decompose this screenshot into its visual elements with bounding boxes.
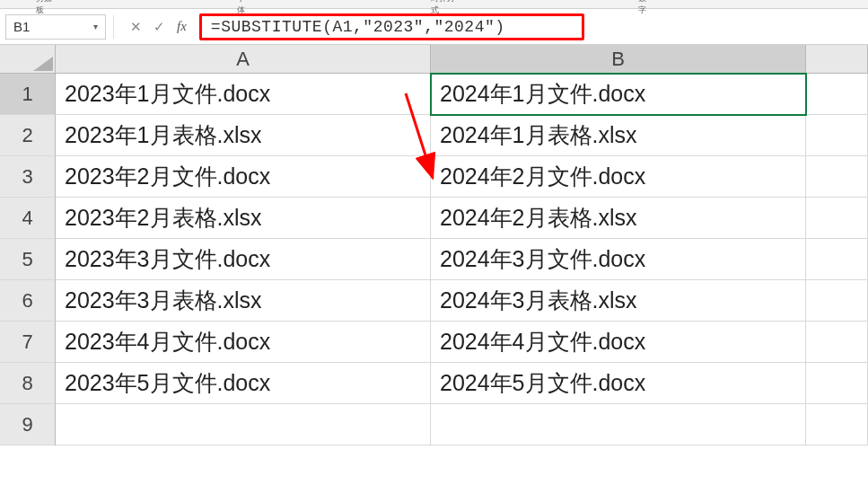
row-header-4[interactable]: 4 <box>0 198 56 239</box>
name-box[interactable]: B1 ▾ <box>5 14 106 40</box>
cell-rest[interactable] <box>806 74 868 115</box>
table-row: 9 <box>0 404 868 445</box>
cell-b3[interactable]: 2024年2月文件.docx <box>431 156 806 198</box>
cell-a7[interactable]: 2023年4月文件.docx <box>56 322 431 363</box>
row-header-5[interactable]: 5 <box>0 239 56 280</box>
table-row: 7 2023年4月文件.docx 2024年4月文件.docx <box>0 322 868 363</box>
cell-b6[interactable]: 2024年3月表格.xlsx <box>431 280 806 322</box>
column-header-a[interactable]: A <box>56 45 431 74</box>
cell-b8[interactable]: 2024年5月文件.docx <box>431 363 806 404</box>
cell-a1[interactable]: 2023年1月文件.docx <box>56 74 431 115</box>
column-headers: A B <box>0 45 868 74</box>
table-row: 1 2023年1月文件.docx 2024年1月文件.docx <box>0 74 868 115</box>
cell-a9[interactable] <box>56 404 431 445</box>
cell-a5[interactable]: 2023年3月文件.docx <box>56 239 431 280</box>
column-header-b[interactable]: B <box>431 45 806 74</box>
cell-b7[interactable]: 2024年4月文件.docx <box>431 322 806 363</box>
table-row: 5 2023年3月文件.docx 2024年3月文件.docx <box>0 239 868 280</box>
cell-a6[interactable]: 2023年3月表格.xlsx <box>56 280 431 322</box>
table-row: 2 2023年1月表格.xlsx 2024年1月表格.xlsx <box>0 115 868 156</box>
cancel-formula-icon[interactable]: ✕ <box>127 19 145 35</box>
column-header-rest[interactable] <box>806 45 868 74</box>
cell-rest[interactable] <box>806 239 868 280</box>
cell-a4[interactable]: 2023年2月表格.xlsx <box>56 198 431 239</box>
cell-rest[interactable] <box>806 363 868 404</box>
table-row: 4 2023年2月表格.xlsx 2024年2月表格.xlsx <box>0 198 868 239</box>
chevron-down-icon[interactable]: ▾ <box>93 22 98 31</box>
cell-b4[interactable]: 2024年2月表格.xlsx <box>431 198 806 239</box>
row-header-1[interactable]: 1 <box>0 74 56 115</box>
cell-b2[interactable]: 2024年1月表格.xlsx <box>431 115 806 156</box>
select-all-triangle-icon <box>33 57 53 71</box>
table-row: 8 2023年5月文件.docx 2024年5月文件.docx <box>0 363 868 404</box>
table-row: 3 2023年2月文件.docx 2024年2月文件.docx <box>0 156 868 198</box>
cell-rest[interactable] <box>806 280 868 322</box>
select-all-corner[interactable] <box>0 45 56 74</box>
formula-buttons: ✕ ✓ fx <box>121 19 196 35</box>
name-box-value: B1 <box>13 19 93 34</box>
cell-rest[interactable] <box>806 322 868 363</box>
cell-rest[interactable] <box>806 115 868 156</box>
row-header-8[interactable]: 8 <box>0 363 56 404</box>
cell-b9[interactable] <box>431 404 806 445</box>
cell-a2[interactable]: 2023年1月表格.xlsx <box>56 115 431 156</box>
formula-bar: B1 ▾ ✕ ✓ fx =SUBSTITUTE(A1,"2023","2024"… <box>0 9 868 45</box>
cell-b5[interactable]: 2024年3月文件.docx <box>431 239 806 280</box>
cell-rest[interactable] <box>806 404 868 445</box>
cell-rest[interactable] <box>806 156 868 198</box>
cell-a8[interactable]: 2023年5月文件.docx <box>56 363 431 404</box>
row-header-9[interactable]: 9 <box>0 404 56 445</box>
row-header-2[interactable]: 2 <box>0 115 56 156</box>
cell-a3[interactable]: 2023年2月文件.docx <box>56 156 431 198</box>
row-header-6[interactable]: 6 <box>0 280 56 322</box>
row-header-7[interactable]: 7 <box>0 322 56 363</box>
cell-b1[interactable]: 2024年1月文件.docx <box>431 74 806 115</box>
formula-input-highlight: =SUBSTITUTE(A1,"2023","2024") <box>199 13 584 40</box>
row-header-3[interactable]: 3 <box>0 156 56 198</box>
ribbon-group-number: 数字 <box>638 0 653 16</box>
fx-icon[interactable]: fx <box>177 19 187 34</box>
divider <box>113 15 114 39</box>
confirm-formula-icon[interactable]: ✓ <box>150 19 168 35</box>
formula-input[interactable]: =SUBSTITUTE(A1,"2023","2024") <box>211 18 505 36</box>
cell-rest[interactable] <box>806 198 868 239</box>
table-row: 6 2023年3月表格.xlsx 2024年3月表格.xlsx <box>0 280 868 322</box>
spreadsheet-grid: A B 1 2023年1月文件.docx 2024年1月文件.docx 2 20… <box>0 45 868 445</box>
ribbon-edge: 剪贴板 字体 对齐方式 数字 <box>0 0 868 9</box>
